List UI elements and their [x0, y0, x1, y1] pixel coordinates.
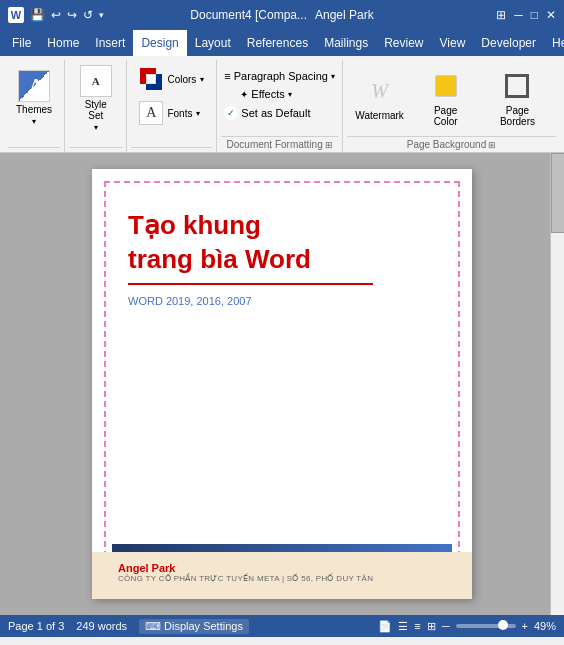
- page-bg-expand[interactable]: ⊞: [488, 140, 496, 150]
- title-bar: W 💾 ↩ ↪ ↺ ▾ Document4 [Compa... Angel Pa…: [0, 0, 564, 30]
- refresh-btn[interactable]: ↺: [83, 8, 93, 22]
- fonts-icon: A: [139, 101, 163, 125]
- fonts-button[interactable]: A Fonts ▾: [133, 98, 206, 128]
- themes-dropdown: ▾: [32, 117, 36, 126]
- themes-group: A Themes ▾: [4, 60, 65, 152]
- themes-group-items: A Themes ▾: [8, 60, 60, 147]
- page-company: CÔNG TY CỔ PHẦN TRỰC TUYẾN META | SỐ 56,…: [118, 574, 446, 583]
- watermark-button[interactable]: W Watermark: [349, 64, 410, 132]
- checkmark-icon: ✓: [224, 106, 238, 120]
- styleset-icon-img: A: [80, 65, 112, 97]
- menu-insert[interactable]: Insert: [87, 30, 133, 56]
- display-settings-button[interactable]: ⌨ Display Settings: [139, 619, 249, 634]
- styleset-icon: A: [80, 65, 112, 97]
- menu-help[interactable]: Help: [544, 30, 564, 56]
- menu-file[interactable]: File: [4, 30, 39, 56]
- colors-dropdown: ▾: [200, 75, 204, 84]
- page-title-line2: trang bìa Word: [128, 244, 311, 274]
- menu-mailings[interactable]: Mailings: [316, 30, 376, 56]
- max-btn[interactable]: □: [531, 8, 538, 22]
- page-background-group-items: W Watermark Page Color Page Borders: [347, 60, 556, 136]
- min-btn[interactable]: ─: [514, 8, 523, 22]
- themes-label: Themes: [16, 104, 52, 115]
- vertical-scrollbar[interactable]: [550, 153, 564, 615]
- effects-icon: ✦: [240, 89, 248, 100]
- title-dropdown[interactable]: ▾: [99, 10, 104, 20]
- menu-bar: File Home Insert Design Layout Reference…: [0, 30, 564, 56]
- page-color-button[interactable]: Page Color: [414, 64, 477, 132]
- page-color-icon: [430, 70, 462, 102]
- paragraph-spacing-dropdown: ▾: [331, 72, 335, 81]
- colors-button[interactable]: Colors ▾: [133, 64, 210, 94]
- page-borders-button[interactable]: Page Borders: [481, 64, 554, 132]
- title-bar-left: W 💾 ↩ ↪ ↺ ▾: [8, 7, 104, 23]
- watermark-label: Watermark: [355, 110, 404, 121]
- menu-view[interactable]: View: [432, 30, 474, 56]
- paragraph-group: ≡ Paragraph Spacing ▾ ✦ Effects ▾ ✓ Set …: [217, 60, 343, 152]
- doc-icon[interactable]: 📄: [378, 620, 392, 633]
- paragraph-spacing-button[interactable]: ≡ Paragraph Spacing ▾: [220, 68, 339, 84]
- doc-formatting-label: Document Formatting: [227, 139, 323, 150]
- page-bg-label: Page Background: [407, 139, 487, 150]
- fonts-label: Fonts: [167, 108, 192, 119]
- menu-developer[interactable]: Developer: [473, 30, 544, 56]
- undo-btn[interactable]: ↩: [51, 8, 61, 22]
- watermark-icon: W: [364, 75, 396, 107]
- menu-layout[interactable]: Layout: [187, 30, 239, 56]
- set-as-default-button[interactable]: ✓ Set as Default: [220, 104, 314, 122]
- close-btn[interactable]: ✕: [546, 8, 556, 22]
- page-beige-section: Angel Park CÔNG TY CỔ PHẦN TRỰC TUYẾN ME…: [92, 552, 472, 599]
- view-icon3[interactable]: ⊞: [427, 620, 436, 633]
- display-settings-icon: ⌨: [145, 620, 161, 633]
- colors-fonts-group-items: Colors ▾ A Fonts ▾: [131, 60, 212, 147]
- zoom-level: 49%: [534, 620, 556, 632]
- page-title-underline: [128, 283, 373, 285]
- page-author-name: Angel Park: [118, 562, 446, 574]
- layout-icon[interactable]: ⊞: [496, 8, 506, 22]
- zoom-thumb: [498, 620, 508, 630]
- paragraph-group-label: Document Formatting ⊞: [221, 136, 338, 152]
- page-borders-icon: [501, 70, 533, 102]
- page-content: Tạo khung trang bìa Word WORD 2019, 2016…: [92, 169, 472, 407]
- themes-icon: A: [18, 70, 50, 102]
- page-bottom: Angel Park CÔNG TY CỔ PHẦN TRỰC TUYẾN ME…: [92, 544, 472, 599]
- page-background-group: W Watermark Page Color Page Borders: [343, 60, 560, 152]
- scrollbar-thumb[interactable]: [551, 153, 564, 233]
- zoom-minus[interactable]: ─: [442, 620, 450, 632]
- set-as-default-label: Set as Default: [241, 107, 310, 119]
- redo-btn[interactable]: ↪: [67, 8, 77, 22]
- title-bar-right: ⊞ ─ □ ✕: [496, 8, 556, 22]
- ribbon-content: A Themes ▾ A Style Set ▾: [0, 56, 564, 152]
- colors-fonts-group-label: [131, 147, 212, 152]
- themes-icon-img: A: [18, 70, 50, 102]
- themes-button[interactable]: A Themes ▾: [10, 64, 58, 132]
- app-icon: W: [8, 7, 24, 23]
- effects-dropdown: ▾: [288, 90, 292, 99]
- menu-home[interactable]: Home: [39, 30, 87, 56]
- page-title: Tạo khung trang bìa Word: [128, 209, 436, 277]
- page-subtitle: WORD 2019, 2016, 2007: [128, 295, 436, 307]
- menu-references[interactable]: References: [239, 30, 316, 56]
- effects-button[interactable]: ✦ Effects ▾: [220, 86, 295, 102]
- save-btn[interactable]: 💾: [30, 8, 45, 22]
- fonts-dropdown: ▾: [196, 109, 200, 118]
- document-page: Tạo khung trang bìa Word WORD 2019, 2016…: [92, 169, 472, 599]
- paragraph-group-items: ≡ Paragraph Spacing ▾ ✦ Effects ▾ ✓ Set …: [218, 60, 341, 136]
- paragraph-spacing-label: Paragraph Spacing: [234, 70, 328, 82]
- view-icon2[interactable]: ≡: [414, 620, 420, 632]
- zoom-slider[interactable]: [456, 624, 516, 628]
- zoom-plus[interactable]: +: [522, 620, 528, 632]
- menu-review[interactable]: Review: [376, 30, 431, 56]
- page-background-group-label: Page Background ⊞: [347, 136, 556, 152]
- page-blue-bar: [112, 544, 452, 552]
- paragraph-spacing-icon: ≡: [224, 70, 230, 82]
- ribbon: A Themes ▾ A Style Set ▾: [0, 56, 564, 153]
- styleset-group-label: [69, 147, 122, 152]
- page-color-label: Page Color: [422, 105, 469, 127]
- menu-design[interactable]: Design: [133, 30, 186, 56]
- view-icon1[interactable]: ☰: [398, 620, 408, 633]
- document-area: Tạo khung trang bìa Word WORD 2019, 2016…: [0, 153, 564, 615]
- styleset-group: A Style Set ▾: [65, 60, 127, 152]
- doc-formatting-expand[interactable]: ⊞: [325, 140, 333, 150]
- styleset-button[interactable]: A Style Set ▾: [71, 64, 120, 132]
